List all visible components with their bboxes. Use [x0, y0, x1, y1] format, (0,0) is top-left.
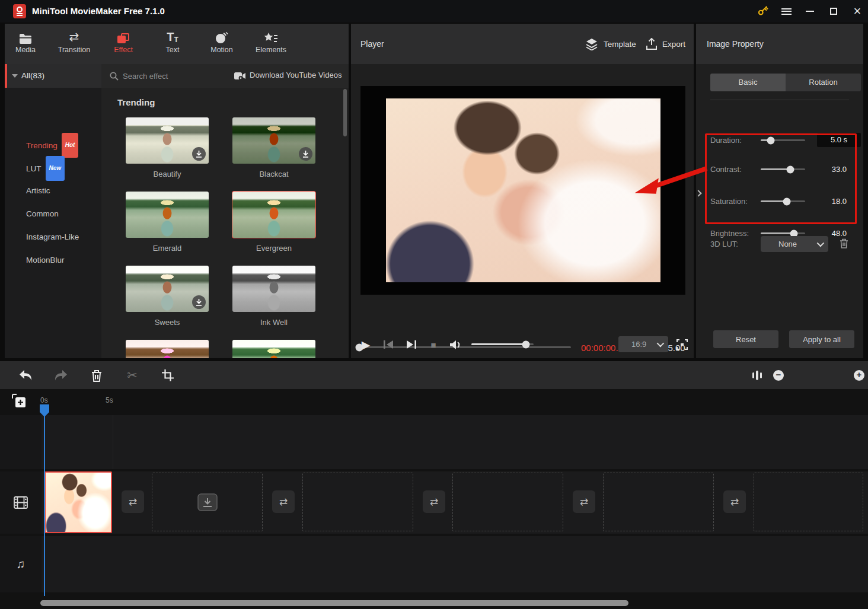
minimize-button[interactable] — [801, 0, 819, 23]
nav-tab-strip: Media ⇄ Transition Effect TT Text Motion… — [5, 24, 349, 64]
gridline-5s — [113, 415, 113, 469]
duration-slider[interactable] — [761, 139, 805, 141]
zoom-in-button[interactable]: + — [854, 370, 864, 381]
effect-item-beautify[interactable]: Beautify — [126, 117, 209, 178]
fullscreen-button[interactable] — [674, 337, 690, 352]
volume-slider[interactable] — [471, 343, 534, 345]
tab-elements[interactable]: Elements — [250, 24, 292, 64]
video-stage — [360, 86, 685, 295]
effects-panel: Media ⇄ Transition Effect TT Text Motion… — [5, 24, 349, 358]
download-icon[interactable] — [192, 147, 206, 161]
clip-placeholder[interactable] — [152, 473, 263, 531]
download-icon[interactable] — [192, 295, 206, 309]
effects-scrollbar[interactable] — [343, 89, 347, 136]
duration-value: 5.0 s — [817, 133, 861, 147]
next-frame-button[interactable] — [403, 337, 419, 352]
crop-button[interactable] — [160, 368, 175, 383]
clip-placeholder[interactable] — [452, 473, 563, 531]
collapse-panel-arrow[interactable] — [696, 181, 704, 205]
tab-transition[interactable]: ⇄ Transition — [53, 24, 95, 64]
redo-button[interactable] — [53, 368, 69, 383]
delete-button[interactable] — [89, 368, 104, 383]
category-instagram-like[interactable]: Instagram-Like — [5, 225, 101, 248]
contrast-handle[interactable] — [787, 165, 794, 173]
add-track-icon[interactable] — [12, 394, 27, 411]
title-bar: MiniTool MovieMaker Free 7.1.0 × — [0, 0, 868, 23]
music-note-icon: ♫ — [17, 557, 25, 571]
effect-item-inkwell[interactable]: Ink Well — [232, 266, 315, 327]
contrast-slider[interactable] — [761, 168, 805, 170]
volume-icon[interactable] — [448, 337, 464, 352]
playhead-marker[interactable] — [40, 404, 49, 417]
undo-button[interactable] — [18, 368, 33, 383]
video-track-gutter — [0, 471, 42, 534]
tab-motion[interactable]: Motion — [201, 24, 242, 64]
saturation-slider[interactable] — [761, 200, 805, 202]
effect-item-emerald[interactable]: Emerald — [126, 192, 209, 253]
maximize-button[interactable] — [825, 0, 843, 23]
effect-item-blackcat[interactable]: Blackcat — [232, 117, 315, 178]
search-input[interactable] — [123, 69, 206, 83]
register-key-icon[interactable] — [754, 0, 772, 23]
tab-effect[interactable]: Effect — [103, 24, 144, 64]
saturation-handle[interactable] — [783, 197, 791, 205]
saturation-value: 18.0 — [810, 197, 847, 206]
timeline-horizontal-scrollbar[interactable] — [40, 600, 628, 606]
close-button[interactable]: × — [848, 0, 866, 23]
split-scissors-button[interactable]: ✂ — [125, 368, 140, 383]
app-window: MiniTool MovieMaker Free 7.1.0 × Media ⇄… — [0, 0, 868, 609]
brightness-label: Brightness: — [710, 229, 749, 238]
brightness-slider[interactable] — [761, 232, 805, 234]
stop-button[interactable]: ■ — [426, 337, 441, 352]
apply-to-all-button[interactable]: Apply to all — [789, 330, 854, 348]
video-preview-frame — [386, 98, 660, 282]
saturation-label: Saturation: — [710, 197, 748, 206]
duration-handle[interactable] — [767, 136, 774, 144]
lut-delete-icon[interactable] — [840, 238, 848, 251]
volume-handle[interactable] — [522, 340, 530, 348]
effect-preview-image — [232, 266, 315, 312]
menu-button[interactable] — [777, 0, 795, 23]
effect-item-sweets[interactable]: Sweets — [126, 266, 209, 327]
tab-text[interactable]: TT Text — [152, 24, 193, 64]
template-button[interactable]: Template — [585, 24, 636, 64]
search-icon — [110, 72, 119, 81]
effect-item-partial[interactable] — [232, 340, 315, 358]
timeline-clip-selected[interactable] — [44, 471, 112, 533]
lut-dropdown[interactable]: None — [761, 236, 828, 252]
export-icon — [646, 38, 657, 50]
play-button[interactable]: ▶ — [358, 337, 374, 352]
layers-icon — [585, 38, 598, 50]
transition-slot-button[interactable]: ⇄ — [423, 490, 445, 513]
clip-placeholder[interactable] — [603, 473, 714, 531]
previous-frame-button[interactable] — [381, 337, 396, 352]
zoom-out-button[interactable]: − — [773, 370, 784, 381]
category-lut[interactable]: LUTNew — [5, 156, 101, 179]
transition-slot-button[interactable]: ⇄ — [573, 490, 595, 513]
reset-button[interactable]: Reset — [713, 330, 778, 348]
export-button[interactable]: Export — [646, 24, 685, 64]
music-track[interactable]: ♫ — [0, 536, 868, 592]
download-icon[interactable] — [299, 147, 312, 161]
overlay-track[interactable] — [0, 415, 868, 469]
tab-rotation[interactable]: Rotation — [786, 74, 861, 91]
transition-slot-button[interactable]: ⇄ — [122, 490, 144, 513]
aspect-ratio-dropdown[interactable]: 16:9 — [618, 336, 668, 352]
category-common[interactable]: Common — [5, 202, 101, 225]
tab-media[interactable]: Media — [5, 24, 46, 64]
effect-item-partial[interactable] — [126, 340, 209, 358]
category-motionblur[interactable]: MotionBlur — [5, 248, 101, 272]
transition-slot-button[interactable]: ⇄ — [272, 490, 295, 513]
tab-basic[interactable]: Basic — [710, 74, 786, 91]
transition-slot-button[interactable]: ⇄ — [723, 490, 746, 513]
category-artistic[interactable]: Artistic — [5, 179, 101, 202]
effects-list: Download YouTube Videos Trending Beautif… — [101, 64, 349, 358]
clip-placeholder[interactable] — [754, 473, 863, 531]
lut-label: 3D LUT: — [710, 240, 738, 248]
category-all[interactable]: All(83) — [5, 64, 101, 88]
timeline-fit-icon[interactable] — [749, 368, 765, 383]
download-youtube-link[interactable]: Download YouTube Videos — [250, 71, 342, 79]
clip-placeholder[interactable] — [302, 473, 413, 531]
category-trending[interactable]: TrendingHot — [5, 133, 101, 156]
effect-item-evergreen[interactable]: Evergreen — [232, 192, 315, 253]
